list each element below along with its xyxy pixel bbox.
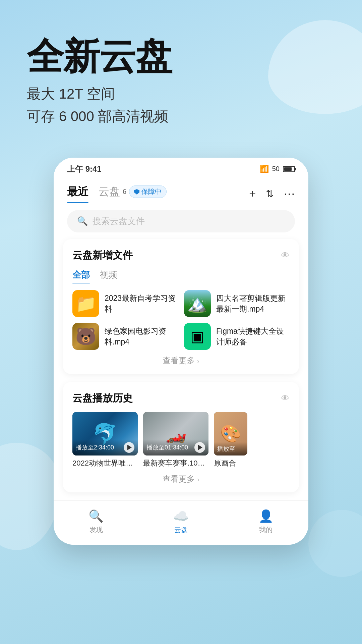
- play-overlay: 播放至2:34:00: [72, 439, 138, 455]
- hero-subtitle: 最大 12T 空间 可存 6 000 部高清视频: [27, 83, 335, 127]
- bottom-navigation: 🔍 发现 ☁️ 云盘 👤 我的: [54, 500, 308, 545]
- search-bar[interactable]: 🔍 搜索云盘文件: [67, 210, 295, 232]
- folder-icon: 📁: [75, 294, 96, 313]
- history-thumbnail: 播放至2:34:00: [72, 412, 138, 455]
- bottom-nav-profile-label: 我的: [259, 525, 273, 534]
- hero-section: 全新云盘 最大 12T 空间 可存 6 000 部高清视频: [0, 0, 362, 148]
- play-icon: [127, 445, 132, 450]
- search-container: 🔍 搜索云盘文件: [54, 203, 308, 239]
- file-type-tabs: 全部 视频: [72, 269, 290, 283]
- playback-time: 播放至01:34:00: [146, 443, 188, 451]
- status-time: 上午 9:41: [67, 164, 102, 174]
- tab-recent[interactable]: 最近: [67, 184, 88, 203]
- history-header: 云盘播放历史 👁: [72, 391, 290, 405]
- play-icon: [198, 445, 202, 450]
- battery-fill: [284, 167, 292, 171]
- file-thumbnail: [72, 323, 99, 350]
- visibility-icon[interactable]: 👁: [281, 250, 290, 261]
- phone-screen: 上午 9:41 📶 50 最近 云盘6 保障中 +: [54, 158, 308, 545]
- hero-subtitle-line1: 最大 12T 空间: [27, 83, 335, 105]
- list-item[interactable]: 📁 2023最新自考学习资料: [72, 290, 178, 317]
- list-item[interactable]: 播放至01:34:00 最新赛车赛事.1080P: [143, 412, 208, 468]
- more-button[interactable]: ⋯: [284, 187, 295, 201]
- figma-icon: ▣: [190, 328, 204, 345]
- battery-icon: [283, 166, 295, 172]
- play-overlay: 播放至: [214, 442, 247, 455]
- cloud-nav-icon: ☁️: [173, 509, 189, 524]
- search-placeholder: 搜索云盘文件: [93, 215, 145, 227]
- status-bar: 上午 9:41 📶 50: [54, 158, 308, 178]
- file-name: 绿色家园电影习资料.mp4: [105, 326, 178, 347]
- hero-title: 全新云盘: [27, 37, 335, 76]
- wifi-icon: 📶: [260, 165, 269, 173]
- history-item-title: 2022动物世界唯美...: [72, 458, 138, 468]
- new-files-section: 云盘新增文件 👁 全部 视频 📁: [63, 239, 299, 374]
- play-overlay: 播放至01:34:00: [143, 439, 208, 455]
- view-more-history[interactable]: 查看更多 ›: [72, 468, 290, 486]
- play-button[interactable]: [124, 442, 134, 453]
- bottom-nav-cloud-label: 云盘: [174, 526, 188, 535]
- profile-icon: 👤: [258, 509, 274, 523]
- history-title: 云盘播放历史: [72, 391, 133, 405]
- file-name: 四大名著剪辑版更新最新一期.mp4: [216, 293, 290, 314]
- status-icons: 📶 50: [260, 165, 295, 173]
- history-scroll: 播放至2:34:00 2022动物世界唯美... 播放至01:34:00: [72, 412, 290, 468]
- hero-subtitle-line2: 可存 6 000 部高清视频: [27, 105, 335, 127]
- sort-button[interactable]: ⇅: [266, 188, 274, 199]
- play-button[interactable]: [194, 442, 205, 453]
- file-info: 绿色家园电影习资料.mp4: [105, 326, 178, 347]
- bottom-nav-discover[interactable]: 🔍 发现: [54, 509, 138, 534]
- protected-badge: 保障中: [129, 185, 167, 198]
- add-button[interactable]: +: [249, 187, 256, 200]
- file-tab-all[interactable]: 全部: [72, 269, 90, 283]
- list-item[interactable]: 播放至 原画合: [214, 412, 247, 468]
- nav-actions: + ⇅ ⋯: [249, 187, 295, 201]
- navigation-tabs: 最近 云盘6 保障中 + ⇅ ⋯: [54, 178, 308, 203]
- file-info: 四大名著剪辑版更新最新一期.mp4: [216, 293, 290, 314]
- search-icon: 🔍: [77, 216, 88, 226]
- discover-icon: 🔍: [88, 509, 104, 523]
- file-name: 2023最新自考学习资料: [105, 293, 178, 314]
- file-name: Figma快捷键大全设计师必备: [216, 326, 290, 347]
- file-thumbnail: 📁: [72, 290, 99, 317]
- history-thumbnail: 播放至01:34:00: [143, 412, 208, 455]
- file-thumbnail: ▣: [184, 323, 211, 350]
- view-more-files[interactable]: 查看更多 ›: [72, 350, 290, 367]
- file-grid: 📁 2023最新自考学习资料 四大名著剪辑版更新最新一期.mp4: [72, 290, 290, 350]
- history-thumbnail: 播放至: [214, 412, 247, 455]
- shield-icon: [134, 189, 139, 195]
- playback-time: 播放至2:34:00: [76, 443, 114, 451]
- history-item-title: 最新赛车赛事.1080P: [143, 458, 208, 468]
- playback-time: 播放至: [217, 445, 235, 453]
- list-item[interactable]: 播放至2:34:00 2022动物世界唯美...: [72, 412, 138, 468]
- bottom-nav-profile[interactable]: 👤 我的: [224, 509, 308, 534]
- file-info: Figma快捷键大全设计师必备: [216, 326, 290, 347]
- file-info: 2023最新自考学习资料: [105, 293, 178, 314]
- file-tab-video[interactable]: 视频: [100, 269, 117, 283]
- new-files-title: 云盘新增文件: [72, 249, 133, 262]
- bottom-nav-discover-label: 发现: [89, 525, 103, 534]
- chevron-right-icon: ›: [197, 476, 199, 483]
- history-visibility-icon[interactable]: 👁: [281, 393, 290, 404]
- chevron-right-icon: ›: [197, 357, 199, 365]
- list-item[interactable]: ▣ Figma快捷键大全设计师必备: [184, 323, 290, 350]
- cloud-badge: 6: [123, 188, 126, 196]
- phone-mockup: 上午 9:41 📶 50 最近 云盘6 保障中 +: [0, 158, 362, 545]
- list-item[interactable]: 绿色家园电影习资料.mp4: [72, 323, 178, 350]
- list-item[interactable]: 四大名著剪辑版更新最新一期.mp4: [184, 290, 290, 317]
- bottom-nav-cloud[interactable]: ☁️ 云盘: [138, 509, 223, 535]
- file-thumbnail: [184, 290, 211, 317]
- battery-level: 50: [272, 165, 280, 173]
- history-section: 云盘播放历史 👁 播放至2:34:00 2022动: [63, 382, 299, 492]
- history-item-title: 原画合: [214, 458, 247, 468]
- new-files-header: 云盘新增文件 👁: [72, 249, 290, 262]
- tab-cloud[interactable]: 云盘6 保障中: [99, 184, 167, 203]
